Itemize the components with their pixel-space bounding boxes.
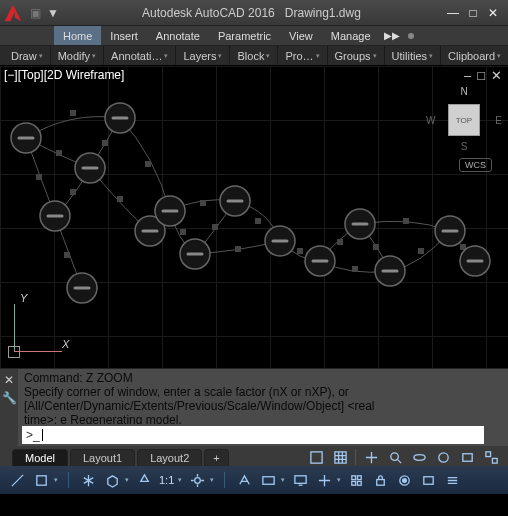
svg-rect-11 bbox=[212, 224, 218, 230]
svg-point-53 bbox=[413, 454, 424, 460]
ribbon-scroll-right-icon[interactable]: ▶▶ bbox=[380, 26, 404, 45]
ribbon-panels: Draw▾ Modify▾ Annotati…▾ Layers▾ Block▾ … bbox=[0, 46, 508, 66]
app-name: Autodesk AutoCAD 2016 bbox=[142, 6, 275, 20]
axis-y-label: Y bbox=[20, 292, 27, 304]
axis-x-label: X bbox=[62, 338, 69, 350]
svg-rect-62 bbox=[352, 475, 356, 479]
sb-qp-icon[interactable] bbox=[347, 471, 365, 489]
panel-properties[interactable]: Pro…▾ bbox=[278, 46, 327, 65]
command-history: Command: Z ZOOM Specify corner of window… bbox=[18, 369, 508, 424]
qat-chevron-icon[interactable]: ▼ bbox=[47, 6, 59, 20]
svg-point-52 bbox=[390, 452, 398, 460]
svg-rect-58 bbox=[36, 475, 45, 484]
sb-units-icon[interactable] bbox=[315, 471, 333, 489]
tab-home[interactable]: Home bbox=[54, 26, 101, 45]
tab-model[interactable]: Model bbox=[12, 449, 68, 466]
sb-osnap-icon[interactable] bbox=[135, 471, 153, 489]
svg-rect-13 bbox=[235, 246, 241, 252]
command-input[interactable]: >_ bbox=[22, 426, 484, 444]
svg-rect-69 bbox=[424, 476, 433, 484]
panel-layers[interactable]: Layers▾ bbox=[176, 46, 230, 65]
zoom-icon[interactable] bbox=[386, 448, 404, 466]
grid-toggle-icon[interactable] bbox=[331, 448, 349, 466]
svg-rect-2 bbox=[56, 150, 62, 156]
sb-cust-icon[interactable] bbox=[443, 471, 461, 489]
panel-clipboard[interactable]: Clipboard▾ bbox=[441, 46, 508, 65]
tab-insert[interactable]: Insert bbox=[101, 26, 147, 45]
sb-scale-label[interactable]: 1:1 bbox=[159, 474, 174, 486]
svg-rect-55 bbox=[462, 453, 471, 461]
drawing-canvas[interactable]: [−] [Top] [2D Wireframe] – □ ✕ N S W E T… bbox=[0, 66, 508, 368]
svg-rect-3 bbox=[102, 140, 108, 146]
svg-rect-15 bbox=[337, 239, 343, 245]
svg-rect-12 bbox=[255, 218, 261, 224]
panel-utilities[interactable]: Utilities▾ bbox=[385, 46, 441, 65]
cmd-wrench-icon[interactable]: 🔧 bbox=[2, 391, 17, 405]
sb-polar-icon[interactable] bbox=[79, 471, 97, 489]
close-button[interactable]: ✕ bbox=[484, 6, 502, 20]
app-logo[interactable] bbox=[0, 0, 26, 26]
svg-rect-17 bbox=[373, 244, 379, 250]
svg-rect-61 bbox=[295, 475, 306, 483]
ribbon-overflow-icon[interactable] bbox=[408, 33, 414, 39]
tab-parametric[interactable]: Parametric bbox=[209, 26, 280, 45]
tab-layout1[interactable]: Layout1 bbox=[70, 449, 135, 466]
sb-snap-icon[interactable] bbox=[32, 471, 50, 489]
doc-name: Drawing1.dwg bbox=[285, 6, 361, 20]
orbit-icon[interactable] bbox=[410, 448, 428, 466]
svg-rect-4 bbox=[70, 189, 76, 195]
svg-rect-66 bbox=[377, 479, 385, 485]
svg-rect-14 bbox=[297, 248, 303, 254]
svg-rect-64 bbox=[352, 481, 356, 485]
model-toggle-icon[interactable] bbox=[307, 448, 325, 466]
svg-rect-5 bbox=[64, 252, 70, 258]
tab-add[interactable]: + bbox=[204, 449, 228, 466]
tab-view[interactable]: View bbox=[280, 26, 322, 45]
panel-draw[interactable]: Draw▾ bbox=[4, 46, 51, 65]
steering-icon[interactable] bbox=[434, 448, 452, 466]
panel-block[interactable]: Block▾ bbox=[230, 46, 278, 65]
svg-rect-57 bbox=[492, 458, 497, 463]
svg-rect-51 bbox=[310, 451, 321, 462]
svg-point-59 bbox=[194, 477, 200, 483]
layout-tabs: Model Layout1 Layout2 + bbox=[0, 446, 508, 466]
ribbon-tabs: Home Insert Annotate Parametric View Man… bbox=[0, 26, 508, 46]
svg-rect-16 bbox=[352, 266, 358, 272]
sb-isolate-icon[interactable] bbox=[395, 471, 413, 489]
command-prompt: >_ bbox=[26, 428, 40, 442]
panel-annotation[interactable]: Annotati…▾ bbox=[104, 46, 176, 65]
drawing-content bbox=[0, 66, 508, 368]
sb-workspace-icon[interactable] bbox=[259, 471, 277, 489]
tab-layout2[interactable]: Layout2 bbox=[137, 449, 202, 466]
svg-rect-9 bbox=[200, 200, 206, 206]
panel-modify[interactable]: Modify▾ bbox=[51, 46, 104, 65]
svg-rect-65 bbox=[357, 481, 361, 485]
tab-manage[interactable]: Manage bbox=[322, 26, 380, 45]
sb-clean-icon[interactable] bbox=[419, 471, 437, 489]
svg-point-68 bbox=[402, 478, 406, 482]
cmd-close-icon[interactable]: ✕ bbox=[4, 373, 14, 387]
tab-annotate[interactable]: Annotate bbox=[147, 26, 209, 45]
sb-gear-icon[interactable] bbox=[188, 471, 206, 489]
svg-rect-7 bbox=[145, 161, 151, 167]
svg-rect-60 bbox=[263, 476, 274, 484]
maximize-button[interactable]: □ bbox=[464, 6, 482, 20]
panel-groups[interactable]: Groups▾ bbox=[328, 46, 385, 65]
sb-isoplane-icon[interactable] bbox=[103, 471, 121, 489]
showmotion-icon[interactable] bbox=[458, 448, 476, 466]
svg-rect-18 bbox=[418, 248, 424, 254]
sb-lock-icon[interactable] bbox=[371, 471, 389, 489]
sb-line-icon[interactable] bbox=[8, 471, 26, 489]
svg-rect-63 bbox=[357, 475, 361, 479]
sb-anno-icon[interactable] bbox=[235, 471, 253, 489]
max-viewport-icon[interactable] bbox=[482, 448, 500, 466]
svg-point-54 bbox=[438, 452, 447, 461]
svg-rect-56 bbox=[485, 451, 490, 456]
sb-monitor-icon[interactable] bbox=[291, 471, 309, 489]
command-window: ✕ 🔧 Command: Z ZOOM Specify corner of wi… bbox=[0, 368, 508, 446]
qat-open-icon[interactable]: ▣ bbox=[30, 6, 41, 20]
svg-rect-6 bbox=[117, 196, 123, 202]
pan-icon[interactable] bbox=[362, 448, 380, 466]
svg-rect-10 bbox=[180, 229, 186, 235]
minimize-button[interactable]: — bbox=[444, 6, 462, 20]
